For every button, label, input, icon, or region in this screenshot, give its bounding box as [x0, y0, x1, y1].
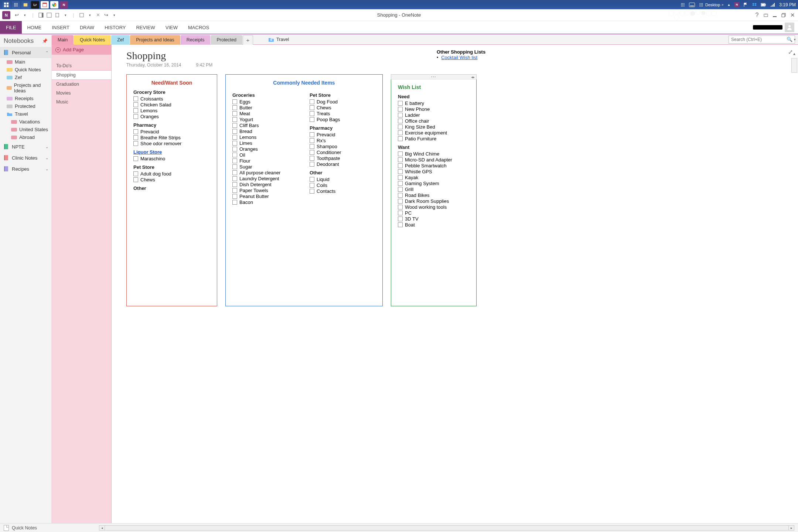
checkbox[interactable]: [398, 181, 403, 186]
qat-customize[interactable]: ▾: [110, 11, 118, 19]
section-tab-protected[interactable]: Protected: [211, 35, 242, 45]
checklist-item[interactable]: Poop Bags: [310, 116, 376, 122]
tray-onenote-icon[interactable]: N: [734, 2, 739, 7]
checklist-item[interactable]: Dish Detergent: [232, 181, 299, 187]
checkbox[interactable]: [398, 101, 403, 106]
quick-notes-icon[interactable]: [4, 525, 9, 531]
tray-signal-icon[interactable]: [770, 3, 775, 7]
add-section-tab[interactable]: +: [243, 35, 253, 45]
cocktail-wishlist-link[interactable]: Cocktail Wish list: [441, 55, 477, 60]
checkbox[interactable]: [310, 105, 314, 110]
keyboard-icon[interactable]: [689, 3, 695, 7]
checklist-item[interactable]: Ladder: [398, 112, 470, 118]
container-handle[interactable]: ◂▸: [391, 74, 477, 79]
help-button[interactable]: ?: [754, 12, 760, 18]
checkbox[interactable]: [398, 151, 403, 156]
checkbox[interactable]: [398, 193, 403, 198]
checkbox[interactable]: [310, 177, 314, 182]
section-projects-and-ideas[interactable]: Projects and Ideas: [0, 81, 51, 95]
checklist-item[interactable]: Treats: [310, 110, 376, 116]
checkbox[interactable]: [133, 141, 138, 146]
checkbox[interactable]: [232, 117, 237, 122]
checklist-item[interactable]: Contacts: [310, 188, 376, 194]
other-lists-block[interactable]: Other Shopping Lists • Cocktail Wish lis…: [437, 49, 485, 60]
checklist-item[interactable]: Wood working tools: [398, 204, 470, 210]
ribbon-tab-home[interactable]: HOME: [22, 21, 47, 34]
checklist-item[interactable]: Croissants: [133, 96, 210, 102]
checklist-item[interactable]: Breathe Rite Strips: [133, 134, 210, 140]
checkbox[interactable]: [232, 153, 237, 157]
checklist-item[interactable]: Big Wind Chime: [398, 151, 470, 157]
checkbox[interactable]: [133, 177, 138, 182]
vertical-scrollbar[interactable]: [791, 58, 797, 73]
checkbox[interactable]: [310, 162, 314, 167]
section-united-states[interactable]: United States: [0, 126, 51, 133]
file-tab[interactable]: FILE: [0, 21, 22, 34]
search-scope-dropdown[interactable]: ▾: [794, 38, 796, 41]
ribbon-tab-macros[interactable]: MACROS: [183, 21, 214, 34]
checklist-item[interactable]: Liquid: [310, 176, 376, 182]
checkbox[interactable]: [133, 135, 138, 140]
checkbox[interactable]: [232, 182, 237, 187]
checkbox[interactable]: [232, 141, 237, 146]
checklist-item[interactable]: Shampoo: [310, 143, 376, 149]
tray-icon[interactable]: [680, 2, 685, 7]
checkbox[interactable]: [398, 157, 403, 162]
checklist-item[interactable]: Butter: [232, 105, 299, 110]
search-input[interactable]: [731, 37, 787, 42]
section-tab-receipts[interactable]: Receipts: [181, 35, 211, 45]
page-item-shopping[interactable]: Shopping: [52, 70, 111, 80]
checklist-item[interactable]: Kayak: [398, 174, 470, 180]
checklist-item[interactable]: Maraschino: [133, 156, 210, 161]
checklist-item[interactable]: Oil: [232, 152, 299, 158]
section-zef[interactable]: Zef: [0, 74, 51, 81]
page-item-to-do-s[interactable]: To-Do's: [52, 61, 111, 70]
section-quick-notes[interactable]: Quick Notes: [0, 66, 51, 74]
checklist-item[interactable]: Deodorant: [310, 161, 376, 167]
checkbox[interactable]: [232, 105, 237, 110]
pin-icon[interactable]: 📌: [42, 38, 48, 44]
checklist-item[interactable]: Sugar: [232, 164, 299, 170]
checklist-item[interactable]: Coils: [310, 182, 376, 188]
checklist-item[interactable]: Toothpaste: [310, 155, 376, 161]
checkbox[interactable]: [232, 176, 237, 181]
undo-button[interactable]: ↩: [13, 11, 20, 19]
checklist-item[interactable]: Oranges: [133, 113, 210, 119]
section-group-travel[interactable]: Travel: [268, 35, 289, 44]
checklist-item[interactable]: New Phone: [398, 106, 470, 112]
checkbox[interactable]: [310, 183, 314, 188]
checklist-item[interactable]: Eggs: [232, 99, 299, 105]
checklist-item[interactable]: King Size Bed: [398, 124, 470, 130]
checklist-item[interactable]: 3D TV: [398, 216, 470, 222]
checkbox[interactable]: [310, 189, 314, 194]
checkbox[interactable]: [133, 102, 138, 107]
restore-button[interactable]: [780, 12, 787, 18]
section-tab-zef[interactable]: Zef: [111, 35, 130, 45]
checklist-item[interactable]: Peanut Butter: [232, 193, 299, 199]
start-button[interactable]: [2, 1, 10, 8]
checkbox[interactable]: [232, 129, 237, 134]
checklist-item[interactable]: Oranges: [232, 146, 299, 152]
checkbox[interactable]: [310, 138, 314, 143]
redo-button[interactable]: ▾: [21, 11, 28, 19]
delete-button[interactable]: ✕: [94, 11, 102, 19]
commonly-needed-box[interactable]: Commonly Needed Items GroceriesEggsButte…: [225, 74, 383, 306]
checklist-item[interactable]: Dark Room Supplies: [398, 198, 470, 204]
ribbon-tab-draw[interactable]: DRAW: [75, 21, 99, 34]
checklist-item[interactable]: Bread: [232, 128, 299, 134]
checklist-item[interactable]: Chicken Salad: [133, 102, 210, 108]
checkbox[interactable]: [310, 111, 314, 116]
checkbox[interactable]: [133, 171, 138, 176]
checkbox[interactable]: [310, 156, 314, 161]
checkbox[interactable]: [133, 114, 138, 119]
checklist-item[interactable]: All purpose cleaner: [232, 170, 299, 175]
ribbon-display-button[interactable]: [763, 12, 769, 18]
checkbox[interactable]: [398, 187, 403, 192]
checklist-item[interactable]: Grill: [398, 186, 470, 192]
taskbar-app-icon[interactable]: [21, 1, 30, 8]
ribbon-tab-view[interactable]: VIEW: [160, 21, 183, 34]
section-main[interactable]: Main: [0, 58, 51, 66]
search-box[interactable]: 🔍 ▾: [729, 35, 795, 44]
wish-list-box[interactable]: ◂▸ Wish List NeedE batteryNew PhoneLadde…: [391, 74, 477, 306]
qat-button[interactable]: [78, 11, 85, 19]
